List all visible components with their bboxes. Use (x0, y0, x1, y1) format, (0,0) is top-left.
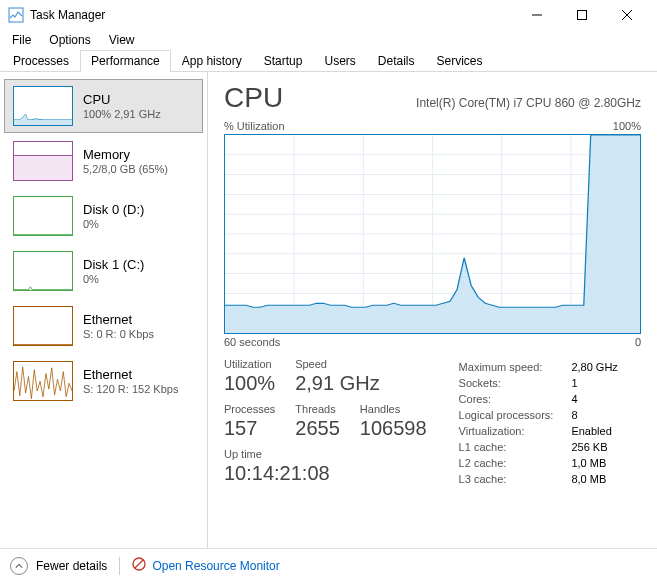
tab-services[interactable]: Services (426, 50, 494, 72)
stat-label: Sockets: (459, 376, 570, 390)
stat-label: Virtualization: (459, 424, 570, 438)
tab-users[interactable]: Users (313, 50, 366, 72)
sidebar-item-disk0[interactable]: Disk 0 (D:) 0% (4, 189, 203, 243)
tabstrip: Processes Performance App history Startu… (0, 50, 657, 72)
svg-rect-6 (14, 156, 72, 181)
stat-label: Threads (295, 403, 340, 415)
stat-value-threads: 2655 (295, 417, 340, 440)
sidebar-item-sub: 0% (83, 218, 144, 230)
menu-file[interactable]: File (4, 31, 39, 49)
stat-value-uptime: 10:14:21:08 (224, 462, 427, 485)
sidebar-item-label: Disk 1 (C:) (83, 257, 144, 272)
stat-label: Up time (224, 448, 427, 460)
chart-ylabel: % Utilization (224, 120, 285, 132)
open-resource-monitor-link[interactable]: Open Resource Monitor (132, 557, 279, 574)
footer: Fewer details Open Resource Monitor (0, 548, 657, 582)
stat-value-processes: 157 (224, 417, 275, 440)
stat-value: 1,0 MB (571, 456, 617, 470)
sidebar-item-label: Memory (83, 147, 168, 162)
tab-processes[interactable]: Processes (2, 50, 80, 72)
sidebar-item-sub: 0% (83, 273, 144, 285)
stat-label: Processes (224, 403, 275, 415)
memory-thumb-icon (13, 141, 73, 181)
stat-value: 4 (571, 392, 617, 406)
separator (119, 557, 120, 575)
ethernet-thumb-icon (13, 306, 73, 346)
stat-label: Cores: (459, 392, 570, 406)
sidebar-item-label: Disk 0 (D:) (83, 202, 144, 217)
close-button[interactable] (604, 1, 649, 30)
sidebar-item-sub: 5,2/8,0 GB (65%) (83, 163, 168, 175)
detail-title: CPU (224, 82, 283, 114)
link-label: Open Resource Monitor (152, 559, 279, 573)
menu-view[interactable]: View (101, 31, 143, 49)
sidebar-item-sub: 100% 2,91 GHz (83, 108, 161, 120)
stat-label: Logical processors: (459, 408, 570, 422)
detail-pane: CPU Intel(R) Core(TM) i7 CPU 860 @ 2.80G… (208, 72, 657, 548)
menubar: File Options View (0, 30, 657, 50)
sidebar-item-memory[interactable]: Memory 5,2/8,0 GB (65%) (4, 134, 203, 188)
sidebar-item-label: Ethernet (83, 367, 178, 382)
menu-options[interactable]: Options (41, 31, 98, 49)
minimize-button[interactable] (514, 1, 559, 30)
stat-label: Handles (360, 403, 427, 415)
stat-label: L3 cache: (459, 472, 570, 486)
stats-details: Maximum speed:2,80 GHz Sockets:1 Cores:4… (457, 358, 620, 488)
tab-startup[interactable]: Startup (253, 50, 314, 72)
sidebar-item-eth0[interactable]: Ethernet S: 0 R: 0 Kbps (4, 299, 203, 353)
titlebar: Task Manager (0, 0, 657, 30)
sidebar-item-eth1[interactable]: Ethernet S: 120 R: 152 Kbps (4, 354, 203, 408)
stat-label: Speed (295, 358, 379, 370)
stat-value: 2,80 GHz (571, 360, 617, 374)
stat-label: L2 cache: (459, 456, 570, 470)
disk-thumb-icon (13, 196, 73, 236)
stat-label: L1 cache: (459, 440, 570, 454)
stat-label: Utilization (224, 358, 275, 370)
window-title: Task Manager (30, 8, 514, 22)
sidebar-item-label: CPU (83, 92, 161, 107)
maximize-button[interactable] (559, 1, 604, 30)
sidebar-item-disk1[interactable]: Disk 1 (C:) 0% (4, 244, 203, 298)
fewer-details-link[interactable]: Fewer details (36, 559, 107, 573)
svg-rect-2 (577, 11, 586, 20)
cpu-chart (224, 134, 641, 334)
sidebar-item-label: Ethernet (83, 312, 154, 327)
disk-thumb-icon (13, 251, 73, 291)
chevron-up-icon[interactable] (10, 557, 28, 575)
app-icon (8, 7, 24, 23)
stat-value-speed: 2,91 GHz (295, 372, 379, 395)
ethernet-thumb-icon (13, 361, 73, 401)
tab-details[interactable]: Details (367, 50, 426, 72)
chart-xlabel: 60 seconds (224, 336, 280, 348)
stat-value: 8,0 MB (571, 472, 617, 486)
stat-value: Enabled (571, 424, 617, 438)
svg-line-26 (135, 560, 143, 568)
detail-subtitle: Intel(R) Core(TM) i7 CPU 860 @ 2.80GHz (416, 96, 641, 110)
stat-value: 8 (571, 408, 617, 422)
sidebar-item-sub: S: 0 R: 0 Kbps (83, 328, 154, 340)
sidebar-item-sub: S: 120 R: 152 Kbps (83, 383, 178, 395)
cpu-thumb-icon (13, 86, 73, 126)
chart-ymax: 100% (613, 120, 641, 132)
sidebar: CPU 100% 2,91 GHz Memory 5,2/8,0 GB (65%… (0, 72, 208, 548)
stat-value-utilization: 100% (224, 372, 275, 395)
stat-label: Maximum speed: (459, 360, 570, 374)
stat-value: 256 KB (571, 440, 617, 454)
sidebar-item-cpu[interactable]: CPU 100% 2,91 GHz (4, 79, 203, 133)
stat-value-handles: 106598 (360, 417, 427, 440)
tab-app-history[interactable]: App history (171, 50, 253, 72)
chart-xmax: 0 (635, 336, 641, 348)
resource-monitor-icon (132, 557, 146, 574)
tab-performance[interactable]: Performance (80, 50, 171, 72)
stat-value: 1 (571, 376, 617, 390)
svg-marker-5 (14, 114, 72, 126)
